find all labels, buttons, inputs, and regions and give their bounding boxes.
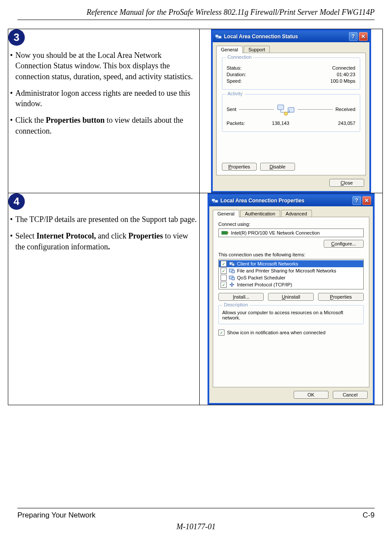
svg-rect-0 (216, 35, 218, 37)
svg-rect-3 (288, 108, 294, 112)
status-tabs: General Support (216, 46, 366, 53)
close-button[interactable]: Close (329, 179, 364, 187)
item-file-printer-sharing[interactable]: File and Printer Sharing for Microsoft N… (219, 267, 363, 274)
item-tcpip[interactable]: Internet Protocol (TCP/IP) (219, 281, 363, 288)
svg-rect-5 (212, 199, 214, 201)
item-qos-scheduler[interactable]: QoS Packet Scheduler (219, 274, 363, 281)
client-icon (229, 261, 235, 267)
footer-docnum: M-10177-01 (0, 522, 392, 531)
svg-rect-10 (232, 263, 235, 266)
show-icon-label: Show icon in notification area when conn… (227, 330, 325, 335)
duration-label: Duration: (227, 72, 246, 77)
help-button[interactable]: ? (352, 196, 361, 205)
page-footer: Preparing Your Network C-9 M-10177-01 (0, 508, 392, 531)
properties-title: Local Area Connection Properties (221, 198, 305, 204)
tab-advanced[interactable]: Advanced (281, 210, 312, 217)
step3-bullet3: Click the Properties button to view deta… (15, 115, 199, 136)
qos-icon (229, 275, 235, 281)
step4-text-cell: 4 The TCP/IP details are presented on th… (8, 193, 200, 405)
speed-label: Speed: (227, 78, 242, 84)
svg-rect-2 (278, 105, 284, 110)
close-button-x[interactable]: ✕ (359, 32, 368, 41)
speed-value: 100.0 Mbps (330, 78, 355, 84)
network-status-icon (215, 34, 221, 40)
footer-rule (17, 508, 375, 508)
tab-general[interactable]: General (216, 46, 243, 53)
description-text: Allows your computer to access resources… (222, 310, 343, 320)
checkbox[interactable] (221, 261, 227, 267)
status-label: Status: (227, 65, 241, 71)
step4-image-cell: Local Area Connection Properties ? ✕ Gen… (199, 193, 383, 405)
configure-button[interactable]: Configure... (324, 240, 364, 248)
ok-button[interactable]: OK (294, 391, 328, 399)
sharing-icon (229, 268, 235, 274)
status-title: Local Area Connection Status (224, 34, 298, 40)
network-properties-icon (212, 198, 218, 204)
show-icon-checkbox[interactable] (218, 329, 224, 336)
show-icon-row[interactable]: Show icon in notification area when conn… (218, 329, 364, 336)
svg-rect-14 (232, 277, 235, 280)
tab-general[interactable]: General (213, 210, 239, 217)
step3-bullet2: Administrator logon access rights are ne… (15, 88, 199, 109)
page-header: Reference Manual for the ProSafe Wireles… (0, 0, 392, 19)
adapter-name: Intel(R) PRO/100 VE Network Connection (231, 230, 320, 235)
packets-received: 243,057 (338, 121, 355, 126)
items-label: This connection uses the following items… (218, 252, 364, 257)
connection-group: Connection Status:Connected Duration:01:… (222, 57, 360, 90)
nic-icon (221, 230, 228, 235)
items-listbox[interactable]: Client for Microsoft Networks File and P… (218, 259, 364, 289)
status-value: Connected (332, 65, 355, 71)
uninstall-button[interactable]: Uninstall (268, 293, 314, 301)
connect-using-label: Connect using: (218, 222, 364, 227)
svg-rect-8 (228, 232, 228, 234)
properties-tabs: General Authentication Advanced (213, 210, 369, 217)
item-properties-button[interactable]: Properties (318, 293, 364, 301)
svg-point-4 (284, 112, 288, 115)
svg-point-15 (231, 284, 233, 286)
svg-rect-7 (221, 231, 228, 235)
step4-bullet2: Select Internet Protocol, and click Prop… (15, 231, 199, 252)
help-button[interactable]: ? (349, 32, 358, 41)
received-label: Received (335, 107, 355, 112)
header-rule (17, 20, 375, 20)
close-button-x[interactable]: ✕ (362, 196, 371, 205)
checkbox[interactable] (221, 275, 227, 281)
activity-icon (277, 102, 295, 116)
step-badge-3: 3 (8, 29, 25, 46)
tab-support[interactable]: Support (244, 46, 270, 53)
step4-bullet1: The TCP/IP details are presented on the … (15, 214, 199, 225)
status-titlebar: Local Area Connection Status ? ✕ (213, 31, 369, 42)
adapter-box[interactable]: Intel(R) PRO/100 VE Network Connection (218, 228, 364, 237)
footer-left: Preparing Your Network (17, 511, 96, 520)
description-label: Description (222, 302, 250, 307)
step3-bullets: Now you should be at the Local Area Netw… (8, 50, 199, 136)
step-badge-4: 4 (8, 193, 25, 210)
connection-group-label: Connection (226, 54, 254, 60)
step4-bullets: The TCP/IP details are presented on the … (8, 214, 199, 252)
status-window: Local Area Connection Status ? ✕ General… (211, 29, 371, 193)
packets-label: Packets: (227, 121, 245, 126)
protocol-icon (229, 282, 235, 288)
properties-button[interactable]: Properties (222, 163, 257, 171)
step3-text-cell: 3 Now you should be at the Local Area Ne… (8, 29, 200, 193)
item-client-ms-networks[interactable]: Client for Microsoft Networks (219, 260, 363, 267)
footer-right: C-9 (363, 511, 375, 520)
properties-window: Local Area Connection Properties ? ✕ Gen… (208, 193, 375, 405)
checkbox[interactable] (221, 268, 227, 274)
step3-image-cell: Local Area Connection Status ? ✕ General… (199, 29, 383, 193)
disable-button[interactable]: Disable (260, 163, 295, 171)
install-button[interactable]: Install... (218, 293, 264, 301)
description-box: Description Allows your computer to acce… (218, 305, 364, 324)
cancel-button[interactable]: Cancel (333, 391, 368, 399)
packets-sent: 138,143 (272, 121, 289, 126)
sent-label: Sent (227, 107, 237, 112)
svg-rect-12 (232, 270, 235, 273)
properties-titlebar: Local Area Connection Properties ? ✕ (209, 195, 373, 206)
checkbox[interactable] (221, 282, 227, 288)
activity-group: Activity Sent Received Packets: 138,143 (222, 94, 360, 132)
step3-bullet1: Now you should be at the Local Area Netw… (15, 50, 199, 82)
content-table: 3 Now you should be at the Local Area Ne… (8, 29, 383, 405)
tab-authentication[interactable]: Authentication (240, 210, 280, 217)
activity-group-label: Activity (226, 91, 245, 96)
duration-value: 01:40:23 (337, 72, 355, 77)
